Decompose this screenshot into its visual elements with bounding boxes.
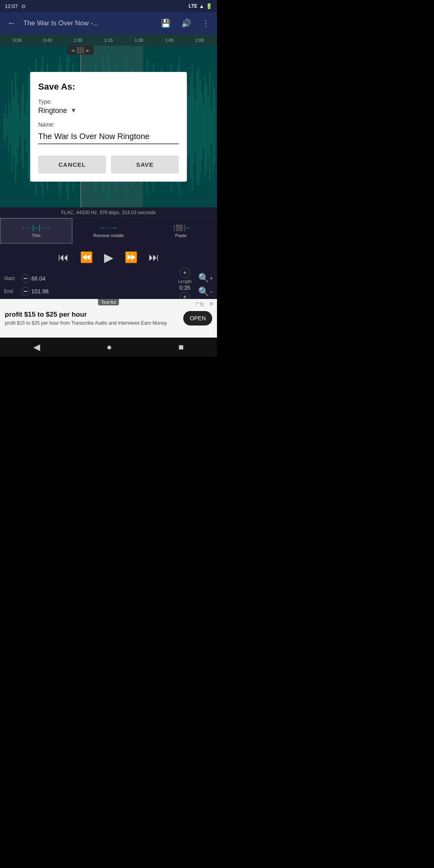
dialog-buttons: CANCEL SAVE	[38, 156, 179, 174]
rewind-button[interactable]: ⏪	[78, 250, 94, 265]
timeline-mark: 0:30	[13, 38, 21, 43]
zoom-out-icon: 🔍	[198, 287, 209, 297]
status-left: 12:07 ⊙	[5, 3, 26, 9]
lte-label: LTE	[188, 3, 197, 9]
end-label: End:	[4, 289, 19, 294]
length-label: Length	[178, 279, 192, 284]
signal-icon: ▲	[199, 3, 204, 9]
start-end-group: Start: − 66.04 End: − 101.98	[4, 272, 175, 298]
timeline: 0:30 0:45 1:00 1:15 1:30 1:45 2:00	[0, 35, 217, 46]
status-app-icon: ⊙	[21, 3, 26, 9]
waveform-visual[interactable]: ◀ ▶	[0, 46, 217, 207]
skip-forward-button[interactable]: ⏭	[147, 250, 161, 265]
remove-middle-tool[interactable]: —···— Remove middle	[72, 218, 145, 244]
type-select-row[interactable]: Ringtone ▼	[38, 106, 179, 115]
save-as-dialog: Save As: Type: Ringtone ▼ Name: CANCEL S…	[30, 72, 187, 182]
app-bar: ← The War Is Over Now -... 💾 🔊 ⋮	[0, 12, 217, 35]
nav-recents-button[interactable]: ■	[169, 339, 193, 356]
dialog-title: Save As:	[38, 82, 179, 92]
trim-tool[interactable]: ···|—|··· Trim	[0, 218, 72, 244]
status-time: 12:07	[5, 3, 18, 9]
timeline-marks: 0:30 0:45 1:00 1:15 1:30 1:45 2:00	[0, 38, 217, 43]
zoom-out-minus: −	[210, 289, 213, 295]
nav-bar: ◀ ● ■	[0, 338, 217, 357]
length-group: + Length 0:35 +	[178, 268, 192, 302]
ad-text-group: profit $15 to $25 per hour profit $15 to…	[5, 311, 178, 326]
playback-bar: ⏮ ⏪ ▶ ⏩ ⏭	[0, 244, 217, 271]
tools-bar: ···|—|··· Trim —···— Remove middle |⬛|— …	[0, 218, 217, 244]
file-info-text: FLAC, 44100 Hz, 976 kbps, 314.03 seconds	[61, 210, 156, 215]
play-button[interactable]: ▶	[102, 249, 115, 266]
ad-close-button[interactable]: ✕	[209, 301, 214, 307]
start-row: Start: − 66.04	[4, 272, 175, 285]
paste-icon: |⬛|—	[172, 224, 189, 231]
params-bar: Start: − 66.04 End: − 101.98 + Length 0:…	[0, 271, 217, 299]
type-label: Type:	[38, 98, 179, 105]
timeline-mark: 1:45	[165, 38, 174, 43]
remove-middle-icon: —···—	[100, 224, 117, 231]
ad-headline: profit $15 to $25 per hour	[5, 311, 178, 319]
save-button[interactable]: SAVE	[111, 156, 179, 174]
cancel-button[interactable]: CANCEL	[38, 156, 106, 174]
timeline-mark: 2:00	[195, 38, 204, 43]
status-right: LTE ▲ 🔋	[188, 3, 212, 9]
length-value: 0:35	[179, 285, 190, 291]
timeline-mark: 0:45	[43, 38, 52, 43]
timeline-mark: 1:15	[104, 38, 113, 43]
paste-tool[interactable]: |⬛|— Paste	[145, 218, 217, 244]
dialog-overlay: Save As: Type: Ringtone ▼ Name: CANCEL S…	[0, 46, 217, 207]
timeline-mark: 1:00	[74, 38, 82, 43]
ad-subtext: profit $15 to $25 per hour from Transcri…	[5, 320, 178, 326]
timeline-mark: 1:30	[135, 38, 143, 43]
zoom-group: 🔍 + 🔍 −	[198, 273, 213, 297]
skip-back-button[interactable]: ⏮	[57, 250, 70, 265]
remove-middle-label: Remove middle	[93, 233, 124, 238]
ad-open-button[interactable]: OPEN	[183, 311, 212, 326]
info-bar: FLAC, 44100 Hz, 976 kbps, 314.03 seconds	[0, 207, 217, 218]
end-decrease-button[interactable]: −	[21, 287, 30, 296]
trim-label: Trim	[32, 233, 41, 238]
status-bar: 12:07 ⊙ LTE ▲ 🔋	[0, 0, 217, 12]
ad-test-label: Test Ad	[98, 299, 119, 305]
length-increase-button[interactable]: +	[180, 268, 190, 278]
app-bar-title: The War Is Over Now -...	[23, 19, 154, 27]
ad-label: 广告	[195, 301, 204, 307]
zoom-out-button[interactable]: 🔍 −	[198, 287, 213, 297]
zoom-in-icon: 🔍	[198, 273, 209, 283]
trim-icon: ···|—|···	[22, 224, 51, 231]
nav-back-button[interactable]: ◀	[24, 339, 50, 356]
waveform-container[interactable]: 0:30 0:45 1:00 1:15 1:30 1:45 2:00 ◀ ▶	[0, 35, 217, 207]
name-label: Name:	[38, 121, 179, 128]
back-button[interactable]: ←	[4, 15, 19, 32]
dropdown-arrow-icon: ▼	[70, 107, 77, 114]
volume-icon[interactable]: 🔊	[178, 15, 194, 31]
end-value: 101.98	[31, 288, 51, 295]
start-decrease-button[interactable]: −	[21, 274, 30, 283]
nav-home-button[interactable]: ●	[97, 339, 121, 356]
more-options-icon[interactable]: ⋮	[199, 15, 213, 31]
save-icon[interactable]: 💾	[158, 15, 174, 31]
type-value: Ringtone	[38, 106, 67, 115]
paste-label: Paste	[175, 233, 186, 238]
start-label: Start:	[4, 276, 19, 281]
start-value: 66.04	[31, 275, 51, 282]
battery-icon: 🔋	[206, 3, 212, 9]
zoom-in-button[interactable]: 🔍 +	[198, 273, 213, 283]
ad-banner: Test Ad 广告 ✕ profit $15 to $25 per hour …	[0, 299, 217, 338]
ringtone-name-input[interactable]	[38, 130, 179, 144]
fast-forward-button[interactable]: ⏩	[123, 250, 139, 265]
end-row: End: − 101.98	[4, 285, 175, 298]
zoom-in-plus: +	[210, 275, 213, 281]
